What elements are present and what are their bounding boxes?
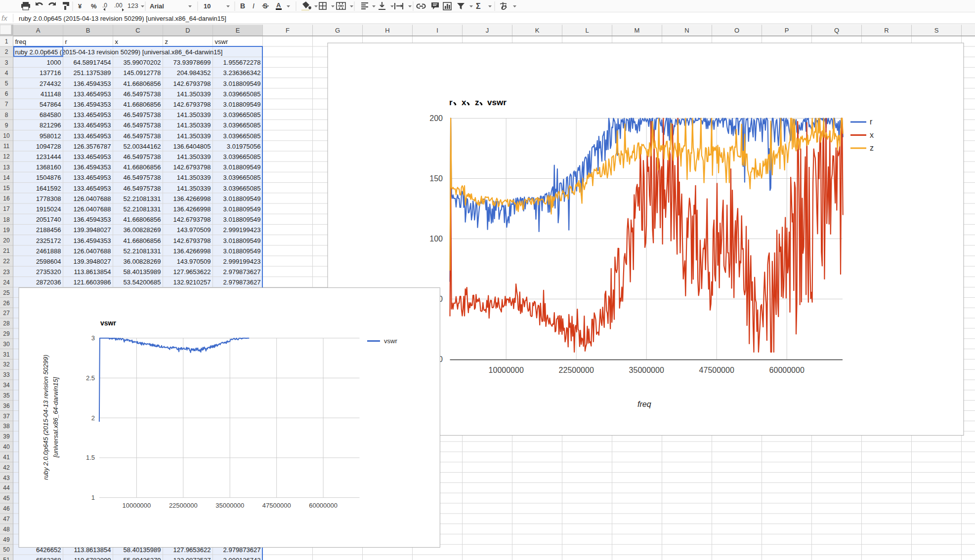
svg-text:136.4594353: 136.4594353: [74, 101, 111, 108]
svg-text:142.6793798: 142.6793798: [173, 101, 211, 108]
svg-text:1000: 1000: [47, 59, 61, 66]
svg-text:36.00828269: 36.00828269: [124, 226, 161, 234]
svg-text:C: C: [135, 27, 140, 34]
svg-text:10: 10: [204, 2, 211, 10]
svg-text:z: z: [870, 144, 874, 152]
svg-text:41.66806856: 41.66806856: [124, 216, 161, 223]
svg-text:L: L: [585, 27, 589, 34]
svg-text:vswr: vswr: [215, 38, 228, 45]
svg-text:3: 3: [5, 59, 8, 66]
svg-text:A: A: [36, 27, 41, 34]
svg-text:64.58917454: 64.58917454: [74, 59, 111, 66]
svg-text:142.6793798: 142.6793798: [173, 163, 211, 171]
svg-text:126.0407688: 126.0407688: [74, 195, 111, 202]
svg-text:40: 40: [3, 443, 10, 450]
svg-text:13: 13: [3, 164, 10, 171]
svg-text:33: 33: [3, 371, 10, 378]
svg-text:150: 150: [429, 174, 443, 183]
svg-text:136.4594353: 136.4594353: [74, 80, 111, 87]
svg-text:133.4654953: 133.4654953: [74, 121, 111, 129]
svg-text:J: J: [486, 27, 489, 34]
svg-text:139.3948027: 139.3948027: [74, 258, 111, 265]
svg-text:2598604: 2598604: [36, 258, 61, 265]
svg-text:137716: 137716: [40, 69, 61, 77]
svg-text:¥: ¥: [78, 2, 82, 10]
svg-text:49: 49: [3, 536, 10, 543]
svg-text:D: D: [185, 27, 190, 34]
svg-text:2325172: 2325172: [36, 237, 61, 244]
svg-text:1.5: 1.5: [86, 454, 95, 461]
svg-text:2.5: 2.5: [86, 374, 95, 382]
svg-text:36: 36: [3, 402, 10, 409]
svg-text:55.89426279: 55.89426279: [124, 557, 161, 560]
svg-text:684580: 684580: [40, 111, 61, 119]
svg-text:P: P: [785, 27, 789, 34]
svg-text:121.6603986: 121.6603986: [74, 279, 111, 286]
svg-text:127.9653622: 127.9653622: [173, 268, 211, 276]
svg-text:32: 32: [3, 361, 10, 368]
svg-text:r: r: [449, 98, 453, 107]
svg-text:142.6793798: 142.6793798: [173, 80, 211, 87]
svg-text:52.21081331: 52.21081331: [124, 195, 161, 202]
svg-text:12: 12: [3, 153, 10, 160]
svg-text:51: 51: [3, 557, 10, 560]
svg-text:3.000126743: 3.000126743: [223, 557, 261, 560]
svg-text:z: z: [165, 38, 169, 45]
svg-text:S: S: [934, 27, 939, 34]
svg-text:136.4266998: 136.4266998: [173, 195, 211, 202]
svg-text:46.54975738: 46.54975738: [124, 185, 161, 192]
svg-text:4: 4: [5, 70, 8, 77]
svg-text:3.018809549: 3.018809549: [223, 205, 261, 213]
svg-text:1: 1: [5, 38, 8, 45]
svg-text:ruby 2.0.0p645 (2015-04-13 rev: ruby 2.0.0p645 (2015-04-13 revision 5029…: [15, 48, 223, 56]
svg-text:35000000: 35000000: [629, 366, 664, 374]
svg-text:35000000: 35000000: [215, 502, 244, 509]
svg-text:60000000: 60000000: [769, 366, 805, 374]
svg-text:136.6404805: 136.6404805: [173, 143, 211, 150]
svg-text:821296: 821296: [40, 121, 61, 129]
svg-text:O: O: [734, 27, 739, 34]
svg-text:9: 9: [5, 122, 8, 129]
svg-text:141.350339: 141.350339: [177, 153, 211, 160]
svg-text:133.4654953: 133.4654953: [74, 185, 111, 192]
svg-text:41.66806856: 41.66806856: [124, 163, 161, 171]
svg-text:27: 27: [3, 310, 10, 317]
svg-text:136.4594353: 136.4594353: [74, 216, 111, 223]
svg-text:10000000: 10000000: [122, 502, 151, 509]
svg-text:142.6793798: 142.6793798: [173, 216, 211, 223]
svg-text:43: 43: [3, 475, 10, 481]
svg-text:1094728: 1094728: [36, 143, 61, 150]
svg-text:fx: fx: [1, 14, 7, 22]
svg-text:204.984352: 204.984352: [177, 69, 211, 77]
svg-text:47: 47: [3, 516, 10, 522]
svg-text:3.018809549: 3.018809549: [223, 237, 261, 244]
svg-text:3.018809549: 3.018809549: [223, 163, 261, 171]
svg-text:2461888: 2461888: [36, 247, 61, 255]
svg-text:41: 41: [3, 454, 10, 461]
svg-text:34: 34: [3, 382, 10, 389]
svg-text:x: x: [462, 98, 466, 107]
svg-text:x: x: [870, 131, 874, 139]
svg-text:3.018809549: 3.018809549: [223, 101, 261, 108]
svg-text:22500000: 22500000: [559, 366, 594, 374]
svg-text:141.350339: 141.350339: [177, 132, 211, 140]
svg-text:19: 19: [3, 227, 10, 234]
svg-text:1915024: 1915024: [36, 205, 61, 213]
svg-text:H: H: [385, 27, 389, 34]
svg-text:3.236366342: 3.236366342: [223, 69, 261, 77]
svg-text:3.018809549: 3.018809549: [223, 247, 261, 255]
svg-text:133.4654953: 133.4654953: [74, 174, 111, 181]
svg-text:vswr: vswr: [100, 319, 116, 327]
svg-text:132.0872527: 132.0872527: [173, 557, 211, 560]
svg-text:.0: .0: [102, 2, 107, 9]
svg-text:36.00828269: 36.00828269: [124, 258, 161, 265]
svg-text:3.039665085: 3.039665085: [223, 174, 261, 181]
svg-text:z: z: [475, 98, 479, 107]
svg-text:139.3948027: 139.3948027: [74, 226, 111, 234]
svg-text:16: 16: [3, 195, 10, 202]
svg-text:3.039665085: 3.039665085: [223, 185, 261, 192]
svg-text:vswr: vswr: [384, 337, 397, 345]
svg-text:Arial: Arial: [150, 2, 164, 10]
svg-text:vswr: vswr: [487, 98, 507, 107]
svg-text:58.40135989: 58.40135989: [124, 268, 161, 276]
